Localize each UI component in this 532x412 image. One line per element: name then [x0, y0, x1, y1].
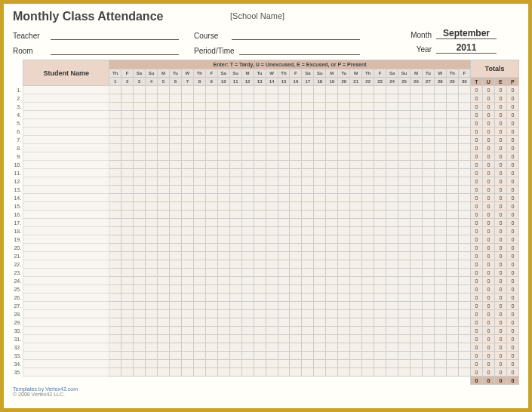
attendance-cell[interactable]: [241, 352, 254, 360]
attendance-cell[interactable]: [290, 119, 302, 128]
attendance-cell[interactable]: [422, 161, 434, 169]
attendance-cell[interactable]: [362, 94, 374, 103]
attendance-cell[interactable]: [338, 103, 350, 111]
attendance-cell[interactable]: [169, 327, 181, 335]
attendance-cell[interactable]: [374, 194, 386, 202]
attendance-cell[interactable]: [434, 310, 446, 318]
attendance-cell[interactable]: [446, 327, 458, 335]
attendance-cell[interactable]: [278, 277, 290, 285]
attendance-cell[interactable]: [193, 227, 205, 235]
attendance-cell[interactable]: [302, 128, 314, 136]
attendance-cell[interactable]: [326, 252, 338, 260]
attendance-cell[interactable]: [266, 352, 278, 360]
attendance-cell[interactable]: [422, 269, 434, 277]
attendance-cell[interactable]: [205, 294, 217, 302]
attendance-cell[interactable]: [254, 169, 266, 177]
attendance-cell[interactable]: [146, 360, 158, 368]
attendance-cell[interactable]: [193, 368, 205, 377]
attendance-cell[interactable]: [181, 103, 193, 111]
attendance-cell[interactable]: [422, 318, 434, 327]
attendance-cell[interactable]: [157, 360, 169, 368]
year-value[interactable]: 2011: [436, 42, 497, 54]
attendance-cell[interactable]: [398, 194, 411, 202]
attendance-cell[interactable]: [326, 244, 338, 252]
attendance-cell[interactable]: [146, 318, 158, 327]
attendance-cell[interactable]: [169, 169, 181, 177]
attendance-cell[interactable]: [121, 211, 134, 219]
attendance-cell[interactable]: [193, 86, 205, 94]
attendance-cell[interactable]: [410, 152, 422, 161]
attendance-cell[interactable]: [278, 269, 290, 277]
attendance-cell[interactable]: [422, 327, 434, 335]
attendance-cell[interactable]: [434, 235, 446, 244]
attendance-cell[interactable]: [157, 128, 169, 136]
attendance-cell[interactable]: [338, 318, 350, 327]
attendance-cell[interactable]: [266, 86, 278, 94]
attendance-cell[interactable]: [146, 310, 158, 318]
attendance-cell[interactable]: [338, 169, 350, 177]
attendance-cell[interactable]: [157, 310, 169, 318]
attendance-cell[interactable]: [169, 310, 181, 318]
attendance-cell[interactable]: [109, 360, 121, 368]
attendance-cell[interactable]: [290, 294, 302, 302]
attendance-cell[interactable]: [169, 335, 181, 343]
attendance-cell[interactable]: [386, 103, 398, 111]
attendance-cell[interactable]: [121, 327, 134, 335]
attendance-cell[interactable]: [278, 360, 290, 368]
attendance-cell[interactable]: [290, 177, 302, 186]
attendance-cell[interactable]: [374, 103, 386, 111]
attendance-cell[interactable]: [338, 302, 350, 310]
attendance-cell[interactable]: [326, 177, 338, 186]
attendance-cell[interactable]: [241, 219, 254, 227]
attendance-cell[interactable]: [374, 111, 386, 119]
attendance-cell[interactable]: [422, 128, 434, 136]
attendance-cell[interactable]: [109, 352, 121, 360]
attendance-cell[interactable]: [241, 186, 254, 194]
attendance-cell[interactable]: [254, 161, 266, 169]
attendance-cell[interactable]: [362, 194, 374, 202]
attendance-cell[interactable]: [217, 103, 229, 111]
attendance-cell[interactable]: [278, 94, 290, 103]
attendance-cell[interactable]: [278, 194, 290, 202]
attendance-cell[interactable]: [290, 335, 302, 343]
student-name-cell[interactable]: [23, 169, 109, 177]
attendance-cell[interactable]: [434, 360, 446, 368]
attendance-cell[interactable]: [241, 343, 254, 352]
attendance-cell[interactable]: [434, 327, 446, 335]
attendance-cell[interactable]: [241, 152, 254, 161]
attendance-cell[interactable]: [169, 202, 181, 211]
attendance-cell[interactable]: [217, 294, 229, 302]
attendance-cell[interactable]: [410, 352, 422, 360]
attendance-cell[interactable]: [193, 327, 205, 335]
attendance-cell[interactable]: [241, 360, 254, 368]
attendance-cell[interactable]: [266, 318, 278, 327]
attendance-cell[interactable]: [398, 144, 411, 152]
attendance-cell[interactable]: [254, 269, 266, 277]
attendance-cell[interactable]: [314, 318, 326, 327]
attendance-cell[interactable]: [157, 260, 169, 269]
attendance-cell[interactable]: [458, 310, 470, 318]
course-input[interactable]: [232, 29, 360, 40]
attendance-cell[interactable]: [290, 318, 302, 327]
attendance-cell[interactable]: [314, 277, 326, 285]
attendance-cell[interactable]: [434, 144, 446, 152]
attendance-cell[interactable]: [229, 360, 241, 368]
attendance-cell[interactable]: [302, 227, 314, 235]
attendance-cell[interactable]: [446, 368, 458, 377]
attendance-cell[interactable]: [290, 152, 302, 161]
attendance-cell[interactable]: [205, 169, 217, 177]
attendance-cell[interactable]: [229, 186, 241, 194]
attendance-cell[interactable]: [146, 352, 158, 360]
attendance-cell[interactable]: [434, 202, 446, 211]
attendance-cell[interactable]: [350, 119, 362, 128]
attendance-cell[interactable]: [326, 144, 338, 152]
attendance-cell[interactable]: [241, 252, 254, 260]
attendance-cell[interactable]: [290, 352, 302, 360]
attendance-cell[interactable]: [266, 194, 278, 202]
attendance-cell[interactable]: [157, 285, 169, 294]
attendance-cell[interactable]: [278, 211, 290, 219]
student-name-cell[interactable]: [23, 103, 109, 111]
attendance-cell[interactable]: [326, 260, 338, 269]
attendance-cell[interactable]: [193, 294, 205, 302]
student-name-cell[interactable]: [23, 318, 109, 327]
